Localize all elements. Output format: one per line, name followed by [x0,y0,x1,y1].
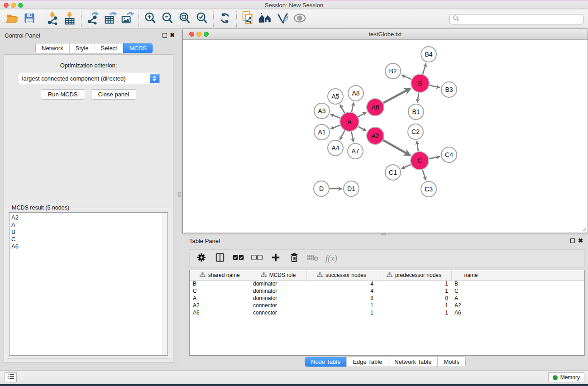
edge-A-A2[interactable] [358,127,366,131]
split-columns-button[interactable] [215,253,225,264]
node-C4[interactable]: C4 [441,147,457,162]
node-C3[interactable]: C3 [421,181,436,197]
node-A4[interactable]: A4 [328,140,343,156]
edge-A-A3[interactable] [331,114,340,118]
table-cell[interactable]: connector [250,302,306,309]
tab-mcds[interactable]: MCDS [123,43,153,53]
add-column-button[interactable] [270,253,281,264]
zoom-in-button[interactable] [142,11,159,27]
edge-A2-C[interactable] [383,140,410,155]
table-cell[interactable]: A2 [190,302,250,309]
edge-C-C4[interactable] [429,157,440,159]
node-A3[interactable]: A3 [314,103,330,119]
edge-A-A8[interactable] [352,102,354,112]
table-row[interactable]: A6connector11A6 [190,309,584,316]
column-header-shared-name[interactable]: shared name [190,270,250,280]
float-panel-icon[interactable] [163,33,167,38]
mcds-result-list[interactable]: A2ABCA6 [9,212,168,356]
table-cell[interactable]: 0 [377,295,451,302]
export-network-button[interactable] [84,11,101,27]
node-B4[interactable]: B4 [421,47,436,62]
edge-A6-B[interactable] [383,88,411,103]
tab-motifs[interactable]: Motifs [437,357,465,367]
table-cell[interactable]: 8 [306,295,377,302]
node-B[interactable]: B [411,74,429,92]
table-cell[interactable]: A [190,295,250,302]
edge-B-B4[interactable] [423,63,426,74]
resize-grip-icon[interactable] [581,226,587,232]
node-A2[interactable]: A2 [367,127,384,144]
deselect-all-button[interactable] [252,253,263,264]
network-window-titlebar[interactable]: testGlobe.txt [183,29,588,40]
table-row[interactable]: A2connector11A2 [190,302,584,309]
table-cell[interactable]: C [190,287,250,295]
table-cell[interactable]: 1 [377,302,451,309]
network-canvas[interactable]: AA6A2BCA1A3A5A8A4A7B2B4B3B1C2C4C1C3DD1 [183,40,588,233]
node-A8[interactable]: A8 [348,86,363,101]
table-cell[interactable]: dominator [250,295,306,302]
node-A7[interactable]: A7 [348,143,363,159]
table-cell[interactable]: 4 [306,280,377,287]
tab-node-table[interactable]: Node Table [305,357,347,367]
home-button[interactable] [257,11,274,27]
zoom-selected-button[interactable] [193,11,210,27]
table-cell[interactable]: C [451,287,491,295]
node-A5[interactable]: A5 [328,89,343,104]
table-cell[interactable]: B [451,280,491,287]
close-panel-icon[interactable]: ✖ [170,32,175,38]
float-panel-icon[interactable] [570,238,575,243]
function-builder-button[interactable]: f(x) [326,253,337,264]
table-cell[interactable]: A6 [190,309,250,316]
edge-A-A1[interactable] [331,125,340,129]
clone-network-button[interactable] [239,11,257,27]
delete-column-button[interactable] [289,253,300,264]
table-cell[interactable]: dominator [250,280,306,287]
tab-network-table[interactable]: Network Table [388,357,437,367]
table-cell[interactable]: 1 [306,309,377,316]
hide-details-button[interactable] [274,11,291,27]
node-B2[interactable]: B2 [385,63,401,79]
tab-select[interactable]: Select [95,43,123,53]
table-row[interactable]: Adominator80A [190,295,584,302]
table-row[interactable]: Cdominator41C [190,287,584,295]
edge-A-A5[interactable] [340,105,344,113]
node-C[interactable]: C [411,152,429,170]
mcds-result-item[interactable]: A6 [10,243,167,250]
table-settings-button[interactable] [196,253,207,264]
memory-button[interactable]: Memory [548,372,584,382]
import-table-button[interactable] [61,11,78,27]
close-panel-icon[interactable]: ✖ [578,237,583,244]
table-cell[interactable]: connector [250,309,306,316]
open-file-button[interactable] [4,11,21,27]
refresh-button[interactable] [216,11,234,27]
node-A1[interactable]: A1 [314,124,330,140]
table-cell[interactable]: 1 [377,309,451,316]
tab-edge-table[interactable]: Edge Table [346,357,388,367]
edge-A-A4[interactable] [340,130,345,139]
edge-C-C3[interactable] [422,170,425,180]
edge-B-B1[interactable] [417,93,419,102]
edge-A-A6[interactable] [358,112,366,117]
result-scrollbar[interactable] [163,213,167,355]
close-panel-button[interactable]: Close panel [91,89,137,100]
tab-style[interactable]: Style [69,43,95,53]
edge-B-B3[interactable] [430,85,440,87]
table-cell[interactable]: dominator [250,287,306,295]
node-C1[interactable]: C1 [385,165,401,180]
zoom-out-button[interactable] [159,11,176,27]
table-cell[interactable]: 4 [306,287,377,295]
mcds-result-item[interactable]: A [10,221,167,229]
delete-table-button[interactable] [307,253,318,264]
node-A6[interactable]: A6 [367,99,384,116]
show-details-button[interactable] [291,11,308,27]
table-cell[interactable]: A2 [451,302,491,309]
node-C2[interactable]: C2 [408,124,423,139]
mcds-result-item[interactable]: B [10,229,167,236]
run-mcds-button[interactable]: Run MCDS [41,89,85,100]
edge-C-C1[interactable] [402,164,411,168]
column-header-mcds-role[interactable]: MCDS role [250,270,306,280]
table-row[interactable]: Bdominator41B [190,280,584,287]
select-all-button[interactable] [233,253,244,264]
column-header-predecessor-nodes[interactable]: predecessor nodes [377,270,451,280]
edge-C-C2[interactable] [417,141,418,151]
